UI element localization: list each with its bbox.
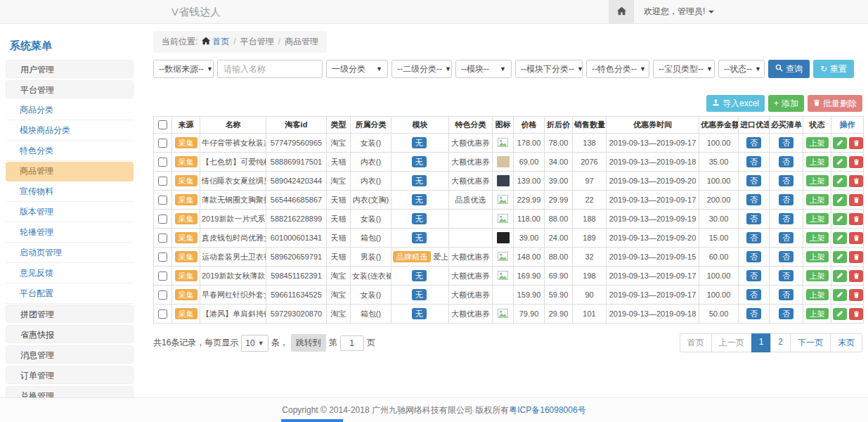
delete-button[interactable]: [849, 251, 863, 263]
row-checkbox[interactable]: [158, 177, 167, 186]
filter-select-7[interactable]: --宝贝类型--▼: [653, 60, 715, 78]
row-checkbox[interactable]: [158, 252, 167, 262]
edit-button[interactable]: [833, 232, 847, 244]
filter-select-6[interactable]: --特色分类--▼: [586, 60, 649, 78]
filter-select-0[interactable]: --数据来源--▼: [153, 60, 214, 78]
edit-button[interactable]: [833, 137, 847, 149]
search-button[interactable]: 查询: [768, 60, 810, 78]
must-buy-toggle[interactable]: 否: [779, 251, 793, 262]
sidebar-item-4[interactable]: 特色分类: [6, 141, 134, 161]
filter-select-8[interactable]: --状态--▼: [718, 60, 765, 78]
must-buy-toggle[interactable]: 否: [779, 137, 793, 148]
imported-toggle[interactable]: 否: [746, 156, 761, 167]
imported-toggle[interactable]: 否: [746, 270, 761, 281]
status-toggle[interactable]: 上架: [806, 175, 829, 186]
delete-button[interactable]: [849, 232, 863, 244]
status-toggle[interactable]: 上架: [806, 232, 829, 243]
imported-toggle[interactable]: 否: [746, 289, 761, 300]
edit-button[interactable]: [833, 251, 847, 263]
filter-select-3[interactable]: --二级分类--▼: [391, 60, 452, 78]
user-menu[interactable]: 欢迎您，管理员!: [634, 0, 724, 23]
edit-button[interactable]: [833, 289, 847, 301]
per-page-select[interactable]: 10▼: [241, 335, 268, 352]
filter-name-input[interactable]: [217, 60, 323, 78]
edit-button[interactable]: [833, 194, 847, 206]
status-toggle[interactable]: 上架: [806, 156, 829, 167]
home-button[interactable]: [609, 0, 634, 23]
sidebar-item-5[interactable]: 商品管理: [6, 162, 134, 181]
status-toggle[interactable]: 上架: [806, 270, 829, 281]
row-checkbox[interactable]: [158, 271, 167, 281]
breadcrumb-home-link[interactable]: 首页: [212, 37, 229, 46]
row-checkbox[interactable]: [158, 234, 167, 243]
row-checkbox[interactable]: [158, 158, 167, 167]
imported-toggle[interactable]: 否: [746, 232, 761, 243]
sidebar-item-15[interactable]: 订单管理: [6, 366, 134, 384]
status-toggle[interactable]: 上架: [806, 194, 829, 205]
row-checkbox[interactable]: [158, 290, 167, 300]
must-buy-toggle[interactable]: 否: [779, 213, 793, 224]
imported-toggle[interactable]: 否: [746, 175, 761, 186]
filter-select-2[interactable]: 一级分类▼: [326, 60, 388, 78]
sidebar-item-9[interactable]: 启动页管理: [6, 243, 134, 263]
status-toggle[interactable]: 上架: [806, 251, 829, 262]
sidebar-item-2[interactable]: 商品分类: [6, 101, 134, 120]
delete-button[interactable]: [849, 289, 863, 301]
must-buy-toggle[interactable]: 否: [779, 194, 793, 205]
sidebar-item-8[interactable]: 轮播管理: [6, 223, 134, 243]
status-toggle[interactable]: 上架: [806, 308, 829, 319]
imported-toggle[interactable]: 否: [746, 308, 761, 319]
delete-button[interactable]: [849, 194, 863, 206]
imported-toggle[interactable]: 否: [746, 194, 761, 205]
sidebar-item-0[interactable]: 用户管理: [6, 60, 134, 78]
must-buy-toggle[interactable]: 否: [779, 308, 793, 319]
filter-select-5[interactable]: --模块下分类--▼: [515, 60, 583, 78]
must-buy-toggle[interactable]: 否: [779, 156, 793, 167]
delete-button[interactable]: [849, 175, 863, 187]
edit-button[interactable]: [833, 156, 847, 168]
sidebar-item-11[interactable]: 平台配置: [6, 284, 134, 304]
row-checkbox[interactable]: [158, 215, 167, 224]
status-toggle[interactable]: 上架: [806, 213, 829, 224]
reset-button[interactable]: ↻ 重置: [813, 60, 854, 78]
filter-select-4[interactable]: --模块--▼: [455, 60, 512, 78]
row-checkbox[interactable]: [158, 196, 167, 205]
status-toggle[interactable]: 上架: [806, 137, 829, 148]
delete-button[interactable]: [849, 137, 863, 149]
sidebar-item-7[interactable]: 版本管理: [6, 203, 134, 222]
edit-button[interactable]: [833, 270, 847, 282]
sidebar-item-10[interactable]: 意见反馈: [6, 264, 134, 283]
pager-button[interactable]: 2: [770, 333, 791, 352]
sidebar-item-6[interactable]: 宣传物料: [6, 182, 134, 202]
imported-toggle[interactable]: 否: [746, 251, 761, 262]
row-checkbox[interactable]: [158, 309, 167, 319]
sidebar-item-14[interactable]: 消息管理: [6, 345, 134, 364]
edit-button[interactable]: [833, 308, 847, 320]
status-toggle[interactable]: 上架: [806, 289, 829, 300]
imported-toggle[interactable]: 否: [746, 213, 761, 224]
must-buy-toggle[interactable]: 否: [779, 289, 793, 300]
delete-button[interactable]: [849, 308, 863, 320]
edit-button[interactable]: [833, 213, 847, 225]
imported-toggle[interactable]: 否: [746, 137, 761, 148]
batch-delete-button[interactable]: 批量删除: [808, 95, 862, 112]
import-excel-button[interactable]: 导入excel: [706, 95, 765, 112]
jump-button[interactable]: 跳转到: [291, 334, 326, 352]
select-all-checkbox[interactable]: [158, 120, 167, 129]
sidebar-item-3[interactable]: 模块商品分类: [6, 121, 134, 141]
sidebar-item-12[interactable]: 拼团管理: [6, 305, 134, 323]
icp-link[interactable]: 粤ICP备16098006号: [509, 405, 585, 415]
row-checkbox[interactable]: [158, 139, 167, 148]
delete-button[interactable]: [849, 270, 863, 282]
jump-page-input[interactable]: [340, 335, 364, 351]
delete-button[interactable]: [849, 156, 863, 168]
sidebar-item-1[interactable]: 平台管理: [6, 80, 134, 98]
delete-button[interactable]: [849, 213, 863, 225]
pager-button[interactable]: 下一页: [790, 333, 831, 352]
edit-button[interactable]: [833, 175, 847, 187]
sidebar-item-13[interactable]: 省惠快报: [6, 325, 134, 343]
must-buy-toggle[interactable]: 否: [779, 232, 793, 243]
pager-button[interactable]: 末页: [830, 333, 862, 352]
pager-button[interactable]: 1: [751, 333, 772, 352]
must-buy-toggle[interactable]: 否: [779, 175, 793, 186]
